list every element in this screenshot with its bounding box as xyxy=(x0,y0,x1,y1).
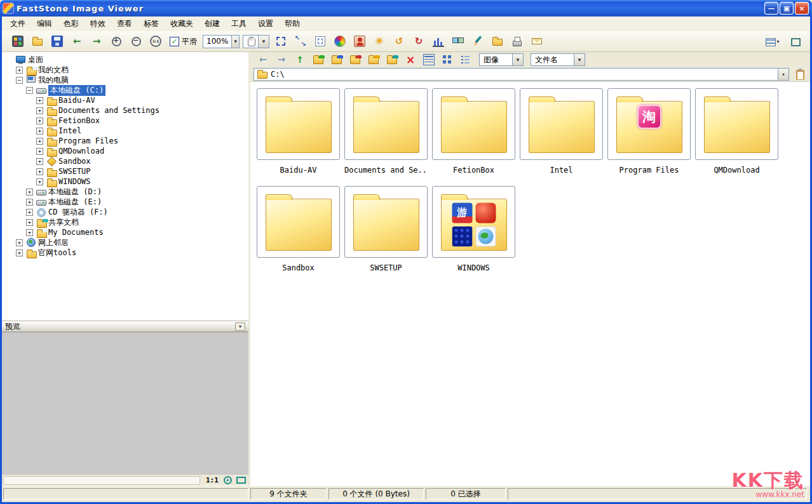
menu-item-8[interactable]: 工具 xyxy=(226,17,252,31)
expand-plus-icon[interactable]: + xyxy=(26,229,33,236)
settings-button[interactable] xyxy=(10,33,26,50)
file-item[interactable]: FetionBox xyxy=(432,88,515,175)
new-folder-button[interactable] xyxy=(312,53,325,66)
chevron-down-icon[interactable] xyxy=(512,54,523,65)
tree-item[interactable]: +Baidu-AV xyxy=(3,95,248,105)
expand-plus-icon[interactable]: + xyxy=(36,158,43,165)
browse-folder-button[interactable] xyxy=(489,33,506,50)
tree-item[interactable]: −我的电脑 xyxy=(3,75,248,85)
tree-item[interactable]: +Documents and Settings xyxy=(3,105,248,116)
tree-item[interactable]: +Intel xyxy=(3,126,248,136)
delete-button[interactable] xyxy=(404,53,417,66)
menu-item-10[interactable]: 帮助 xyxy=(279,17,306,31)
expand-plus-icon[interactable]: + xyxy=(36,178,43,185)
expand-plus-icon[interactable]: + xyxy=(36,117,43,124)
tree-item[interactable]: +WINDOWS xyxy=(3,176,248,187)
tree-item[interactable]: +SWSETUP xyxy=(3,166,248,176)
tree-item[interactable]: +网上邻居 xyxy=(3,237,248,248)
tree-item[interactable]: +My Documents xyxy=(3,227,248,237)
tree-item[interactable]: +CD 驱动器 (F:) xyxy=(3,207,248,217)
file-thumbnail[interactable] xyxy=(695,88,778,160)
up-one-level-button[interactable] xyxy=(294,53,306,66)
menu-item-0[interactable]: 文件 xyxy=(4,17,31,31)
expand-plus-icon[interactable]: + xyxy=(36,97,43,104)
tree-item[interactable]: +Sandbox xyxy=(3,156,248,166)
actual-size-button[interactable] xyxy=(147,33,164,50)
smooth-toggle[interactable]: ✓ 平滑 xyxy=(170,36,197,47)
tree-item[interactable]: +本地磁盘 (D:) xyxy=(3,187,248,197)
expand-plus-icon[interactable]: + xyxy=(26,199,33,206)
tree-item[interactable]: 桌面 xyxy=(3,55,248,65)
redo-button[interactable] xyxy=(410,33,427,50)
minimize-button[interactable]: — xyxy=(764,2,778,15)
tree-item[interactable]: +本地磁盘 (E:) xyxy=(3,197,248,207)
file-thumbnail[interactable]: 游 xyxy=(432,186,515,258)
tree-item[interactable]: −本地磁盘 (C:) xyxy=(3,85,248,95)
details-view-button[interactable] xyxy=(423,53,435,66)
expand-plus-icon[interactable]: + xyxy=(36,148,43,155)
file-thumbnail[interactable] xyxy=(432,88,515,160)
thumbnails-view-button[interactable] xyxy=(441,53,454,66)
compare-button[interactable] xyxy=(450,33,466,50)
hand-tool-select[interactable] xyxy=(243,35,269,48)
back-button[interactable] xyxy=(257,53,269,66)
preview-center-icon[interactable] xyxy=(224,476,232,484)
tree-item[interactable]: +FetionBox xyxy=(3,116,248,126)
expand-plus-icon[interactable]: + xyxy=(16,239,23,246)
tree-item[interactable]: +QMDownload xyxy=(3,146,248,156)
tree-item[interactable]: +我的文档 xyxy=(3,65,248,75)
title-bar[interactable]: FastStone Image Viewer —▣× xyxy=(0,0,812,17)
smooth-checkbox[interactable]: ✓ xyxy=(170,37,179,46)
crop-button[interactable] xyxy=(273,33,289,50)
canvas-button[interactable] xyxy=(312,33,328,50)
preview-scrollbar[interactable] xyxy=(3,476,200,485)
refresh-button[interactable] xyxy=(386,53,398,66)
file-thumbnail[interactable] xyxy=(520,88,603,160)
file-item[interactable]: QMDownload xyxy=(695,88,778,175)
adjust-colors-button[interactable] xyxy=(332,33,348,50)
histogram-button[interactable] xyxy=(430,33,447,50)
chevron-down-icon[interactable] xyxy=(778,69,788,80)
file-thumbnail[interactable] xyxy=(257,186,340,258)
undo-button[interactable] xyxy=(391,33,407,50)
copy-to-folder-button[interactable] xyxy=(330,53,343,66)
file-item[interactable]: 淘Program Files xyxy=(607,88,691,175)
maximize-button[interactable]: ▣ xyxy=(780,2,794,15)
full-screen-button[interactable] xyxy=(787,33,804,50)
menu-item-4[interactable]: 查看 xyxy=(111,17,138,31)
previous-image-button[interactable] xyxy=(69,33,85,50)
file-thumbnail[interactable]: 淘 xyxy=(607,88,691,160)
expand-plus-icon[interactable]: + xyxy=(36,138,43,145)
path-combo[interactable]: C:\ xyxy=(254,68,789,81)
close-button[interactable]: × xyxy=(795,2,809,15)
file-item[interactable]: Documents and Se... xyxy=(344,88,428,175)
lighting-button[interactable] xyxy=(371,33,388,50)
zoom-select[interactable]: 100% xyxy=(203,35,240,48)
preview-fit-icon[interactable] xyxy=(236,477,246,484)
forward-button[interactable] xyxy=(275,53,288,66)
clipboard-button[interactable] xyxy=(793,68,807,81)
chevron-down-icon[interactable] xyxy=(574,54,585,65)
menu-item-9[interactable]: 设置 xyxy=(252,17,279,31)
chevron-down-icon[interactable] xyxy=(231,36,239,48)
file-item[interactable]: Intel xyxy=(520,88,603,175)
expand-plus-icon[interactable]: + xyxy=(26,209,33,216)
zoom-out-button[interactable] xyxy=(128,33,144,50)
next-image-button[interactable] xyxy=(88,33,105,50)
file-thumbnail[interactable] xyxy=(344,88,428,160)
menu-item-1[interactable]: 编辑 xyxy=(31,17,58,31)
expand-plus-icon[interactable]: + xyxy=(36,128,43,135)
collapse-preview-button[interactable] xyxy=(235,322,245,331)
tree-item[interactable]: +官网tools xyxy=(3,248,248,258)
chevron-down-icon[interactable] xyxy=(258,36,269,48)
save-as-button[interactable] xyxy=(49,33,65,50)
open-file-button[interactable] xyxy=(29,33,46,50)
email-button[interactable] xyxy=(529,33,545,50)
red-eye-button[interactable] xyxy=(351,33,368,50)
file-item[interactable]: SWSETUP xyxy=(344,186,428,272)
tree-item[interactable]: +Program Files xyxy=(3,136,248,146)
file-thumbnail[interactable] xyxy=(344,186,428,258)
expand-plus-icon[interactable]: + xyxy=(26,189,33,196)
menu-item-2[interactable]: 色彩 xyxy=(58,17,85,31)
tree-item[interactable]: +共享文档 xyxy=(3,217,248,227)
